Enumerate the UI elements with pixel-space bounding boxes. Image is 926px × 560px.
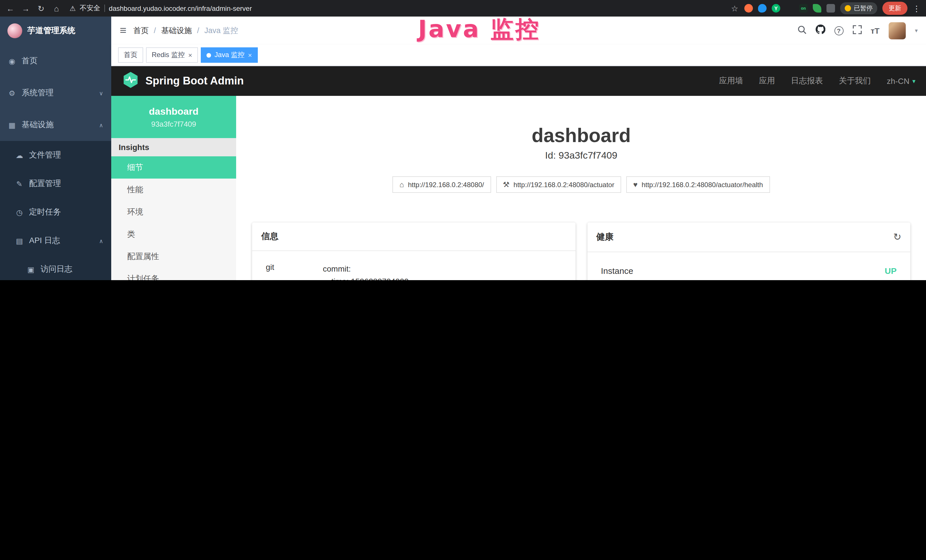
spring-boot-admin-frame: Spring Boot Admin 应用墙 应用 日志报表 关于我们 zh-CN… [111,66,926,280]
sidebar-item-label: 基础设施 [22,120,54,130]
sba-item-metrics[interactable]: 性能 [111,179,236,201]
tab-home[interactable]: 首页 [118,47,143,63]
history-icon[interactable]: ↺ [893,231,902,243]
app-logo-avatar [8,23,22,38]
tab-label: Java 监控 [215,50,244,60]
sidebar-item-config-manage[interactable]: ✎ 配置管理 [0,170,111,198]
sidebar-item-access-log[interactable]: ▣ 访问日志 [0,255,111,280]
link-label: http://192.168.0.2:48080/actuator/health [642,180,763,189]
sba-nav-wallboard[interactable]: 应用墙 [719,76,743,86]
address-bar[interactable]: ⚠ 不安全 dashboard.yudao.iocoder.cn/infra/a… [70,3,252,13]
tab-redis-monitor[interactable]: Redis 监控 × [146,47,198,63]
bookmark-star-icon[interactable]: ☆ [730,4,739,13]
sidebar-item-label: 系统管理 [22,88,54,98]
help-icon[interactable]: ? [834,26,843,35]
sba-brand-title[interactable]: Spring Boot Admin [145,75,244,87]
actuator-url-link[interactable]: ⚒ http://192.168.0.2:48080/actuator [496,176,621,193]
sba-item-details[interactable]: 细节 [111,156,236,179]
instance-links: ⌂ http://192.168.0.2:48080/ ⚒ http://192… [252,176,910,193]
service-url-link[interactable]: ⌂ http://192.168.0.2:48080/ [393,176,491,193]
sba-item-scheduled[interactable]: 计划任务 [111,268,236,280]
sidebar-item-label: API 日志 [29,236,60,246]
forward-icon[interactable]: → [21,4,30,13]
sidebar-item-infra[interactable]: ▦ 基础设施 ∧ [0,109,111,141]
health-instance-label[interactable]: Instance [601,266,633,275]
url-separator [104,5,105,12]
sba-app-name: dashboard [149,106,198,117]
sba-main-content: dashboard Id: 93a3fc7f7409 ⌂ http://192.… [236,96,926,280]
log-icon: ▤ [15,236,24,245]
battery-extension-icon[interactable]: on [799,4,808,12]
doc-icon: ▣ [26,265,35,274]
sidebar-item-api-log[interactable]: ▤ API 日志 ∧ [0,227,111,255]
github-icon[interactable] [816,24,825,36]
caret-down-icon: ▾ [912,77,915,85]
dashboard-icon: ◉ [8,57,17,65]
lion-extension-icon[interactable] [744,4,753,12]
security-label: 不安全 [80,3,100,13]
tab-label: Redis 监控 [152,50,185,60]
paused-badge[interactable]: 已暂停 [840,2,877,14]
app-logo-row[interactable]: 芋道管理系统 [0,17,111,45]
leaf-extension-icon[interactable] [813,4,822,12]
sidebar-item-system[interactable]: ⚙ 系统管理 ∨ [0,77,111,109]
search-icon[interactable] [797,25,806,36]
breadcrumb-separator: / [154,26,156,35]
card-title: 健康 [596,232,613,242]
sidebar-item-label: 定时任务 [29,207,61,217]
tab-java-monitor[interactable]: Java 监控 × [201,47,257,63]
health-url-link[interactable]: ♥ http://192.168.0.2:48080/actuator/heal… [626,176,770,193]
extensions-puzzle-icon[interactable] [826,4,835,12]
breadcrumb-infra[interactable]: 基础设施 [161,26,192,36]
fullscreen-icon[interactable] [852,25,861,36]
reload-icon[interactable]: ↻ [36,4,45,13]
paused-label: 已暂停 [854,4,873,12]
sba-logo-icon [122,71,139,91]
home-icon[interactable]: ⌂ [52,4,61,13]
link-label: http://192.168.0.2:48080/ [408,180,484,189]
infra-icon: ▦ [8,121,17,129]
breadcrumb: 首页 / 基础设施 / Java 监控 [133,26,238,36]
sidebar-item-label: 访问日志 [41,264,73,274]
avatar-caret-icon[interactable]: ▾ [915,27,918,34]
browser-chrome: ← → ↻ ⌂ ⚠ 不安全 dashboard.yudao.iocoder.cn… [0,0,926,17]
update-button[interactable]: 更新 [882,2,908,15]
menu-kebab-icon[interactable]: ⋮ [912,4,921,13]
sba-app-header[interactable]: dashboard 93a3fc7f7409 [111,96,236,138]
sba-item-config-props[interactable]: 配置属性 [111,245,236,268]
url-text[interactable]: dashboard.yudao.iocoder.cn/infra/admin-s… [109,4,252,12]
sba-section-insights: Insights [111,138,236,156]
sba-item-environment[interactable]: 环境 [111,201,236,223]
back-icon[interactable]: ← [6,4,15,13]
chevron-up-icon: ∧ [99,238,103,244]
sidebar-item-home[interactable]: ◉ 首页 [0,45,111,77]
sba-app-id: 93a3fc7f7409 [151,120,196,128]
topbar-right-cluster: ? тT ▾ [797,22,918,39]
info-card: 信息 git commit: time: 1596289704000 id: 2… [252,222,575,280]
sba-item-classes[interactable]: 类 [111,223,236,245]
gear-icon: ⚙ [8,89,17,97]
sba-nav-applications[interactable]: 应用 [759,76,775,86]
sidebar-item-label: 首页 [22,56,38,66]
screenshot-root: ← → ↻ ⌂ ⚠ 不安全 dashboard.yudao.iocoder.cn… [0,0,926,280]
tab-label: 首页 [124,50,138,60]
sba-nav-about[interactable]: 关于我们 [839,76,871,86]
sidebar-item-file-manage[interactable]: ☁ 文件管理 [0,141,111,170]
sidebar-item-scheduled-tasks[interactable]: ◷ 定时任务 [0,198,111,227]
sba-locale-select[interactable]: zh-CN ▾ [887,76,915,86]
yuque-extension-icon[interactable]: Y [772,4,780,12]
active-dot-icon [206,53,211,58]
sba-sidebar: dashboard 93a3fc7f7409 Insights 细节 性能 环境… [111,96,236,280]
close-icon[interactable]: × [188,51,192,59]
info-key: git [266,262,323,280]
font-size-icon[interactable]: тT [871,26,879,35]
close-icon[interactable]: × [248,51,252,59]
sba-navbar: Spring Boot Admin 应用墙 应用 日志报表 关于我们 zh-CN… [111,66,926,96]
user-avatar[interactable] [889,22,906,39]
breadcrumb-home[interactable]: 首页 [133,26,148,36]
hamburger-icon[interactable]: ≡ [120,24,126,37]
page-title: dashboard [252,124,910,147]
drop-extension-icon[interactable] [758,4,767,12]
sidebar-item-label: 文件管理 [29,150,61,160]
sba-nav-journal[interactable]: 日志报表 [791,76,823,86]
